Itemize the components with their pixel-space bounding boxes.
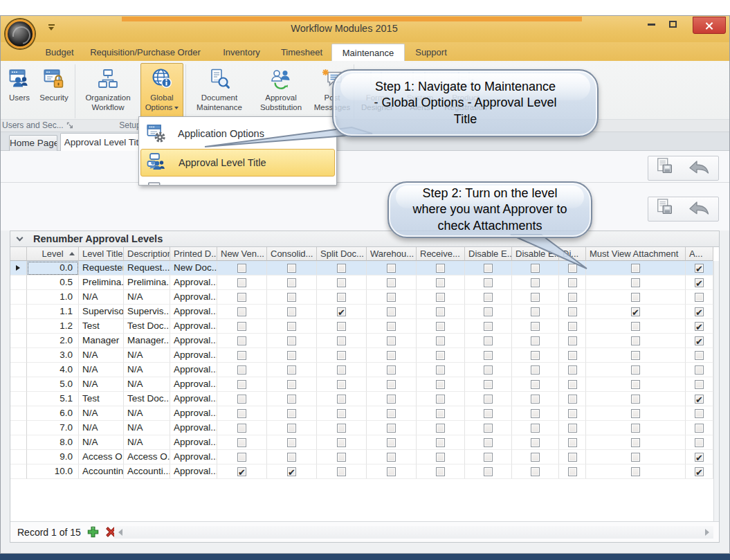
cell-title[interactable]: N/A: [79, 435, 124, 450]
checkbox-a[interactable]: [695, 380, 704, 389]
checkbox-new-ven[interactable]: [237, 453, 246, 462]
checkbox-new-ven[interactable]: [237, 424, 246, 433]
checkbox-di[interactable]: [568, 380, 577, 389]
cell-title[interactable]: Accounting: [79, 464, 124, 479]
checkbox-must-view-attachment[interactable]: [631, 264, 640, 273]
checkbox-receive[interactable]: [436, 409, 445, 418]
checkbox-a[interactable]: [695, 322, 704, 331]
checkbox-a[interactable]: [695, 395, 704, 404]
cell-title[interactable]: N/A: [79, 421, 124, 435]
cell-description[interactable]: N/A: [124, 348, 170, 363]
checkbox-disable-e[interactable]: [484, 264, 493, 273]
table-row[interactable]: 0.5Prelimina...Prelimina...Approval...: [10, 276, 713, 290]
checkbox-receive[interactable]: [436, 438, 445, 447]
checkbox-consolid[interactable]: [287, 264, 296, 273]
checkbox-disable-e[interactable]: [531, 293, 540, 302]
cell-title[interactable]: N/A: [79, 348, 124, 363]
checkbox-warehou[interactable]: [387, 278, 396, 287]
checkbox-must-view-attachment[interactable]: [631, 307, 640, 316]
cell-title[interactable]: Requester: [79, 261, 124, 276]
cell-printed[interactable]: Approval...: [170, 348, 217, 363]
close-button[interactable]: [693, 17, 726, 34]
cell-level[interactable]: 8.0: [27, 435, 79, 450]
checkbox-di[interactable]: [568, 453, 577, 462]
cell-printed[interactable]: New Doc...: [170, 261, 217, 276]
checkbox-consolid[interactable]: [287, 322, 296, 331]
cell-description[interactable]: Prelimina...: [124, 276, 170, 290]
checkbox-split-doc[interactable]: [337, 322, 346, 331]
checkbox-warehou[interactable]: [387, 453, 396, 462]
cell-title[interactable]: N/A: [79, 290, 124, 305]
checkbox-must-view-attachment[interactable]: [631, 467, 640, 476]
cell-description[interactable]: Supervis...: [124, 305, 170, 319]
horizontal-scrollbar[interactable]: [114, 526, 713, 539]
cell-title[interactable]: Test: [79, 319, 124, 334]
checkbox-must-view-attachment[interactable]: [631, 365, 640, 374]
checkbox-new-ven[interactable]: [237, 264, 246, 273]
checkbox-disable-e[interactable]: [484, 365, 493, 374]
checkbox-split-doc[interactable]: [337, 336, 346, 345]
checkbox-disable-e[interactable]: [484, 380, 493, 389]
checkbox-consolid[interactable]: [287, 307, 296, 316]
checkbox-receive[interactable]: [436, 293, 445, 302]
checkbox-consolid[interactable]: [287, 365, 296, 374]
checkbox-must-view-attachment[interactable]: [631, 293, 640, 302]
checkbox-new-ven[interactable]: [237, 438, 246, 447]
checkbox-a[interactable]: [695, 409, 704, 418]
ribbon-tab-support[interactable]: Support: [409, 44, 453, 61]
checkbox-new-ven[interactable]: [237, 336, 246, 345]
checkbox-consolid[interactable]: [287, 467, 296, 476]
checkbox-consolid[interactable]: [287, 395, 296, 404]
checkbox-di[interactable]: [568, 336, 577, 345]
checkbox-receive[interactable]: [436, 395, 445, 404]
checkbox-new-ven[interactable]: [237, 293, 246, 302]
cell-description[interactable]: N/A: [124, 290, 170, 305]
checkbox-warehou[interactable]: [387, 380, 396, 389]
scroll-left-icon[interactable]: [118, 529, 122, 536]
vertical-scrollbar[interactable]: [713, 261, 719, 521]
ribbon-tab-timesheet[interactable]: Timesheet: [275, 44, 329, 61]
checkbox-a[interactable]: [695, 453, 704, 462]
cell-description[interactable]: Accounti...: [124, 464, 170, 479]
quick-access-dropdown-icon[interactable]: [48, 24, 56, 31]
checkbox-new-ven[interactable]: [237, 365, 246, 374]
checkbox-disable-e[interactable]: [484, 424, 493, 433]
column-header-split-doc[interactable]: Split Doc...: [317, 247, 367, 261]
checkbox-di[interactable]: [568, 365, 577, 374]
checkbox-disable-e[interactable]: [484, 395, 493, 404]
checkbox-disable-e[interactable]: [531, 395, 540, 404]
ribbon-button-users[interactable]: Users: [5, 63, 34, 118]
checkbox-consolid[interactable]: [287, 424, 296, 433]
checkbox-a[interactable]: [695, 293, 704, 302]
column-header-printed-d[interactable]: Printed D...: [170, 247, 217, 261]
cell-level[interactable]: 10.0: [27, 464, 79, 479]
checkbox-disable-e[interactable]: [484, 438, 493, 447]
checkbox-split-doc[interactable]: [337, 365, 346, 374]
table-row[interactable]: 5.0N/AN/AApproval...: [10, 377, 713, 392]
checkbox-warehou[interactable]: [387, 467, 396, 476]
checkbox-consolid[interactable]: [287, 409, 296, 418]
ribbon-tab-budget[interactable]: Budget: [37, 44, 82, 61]
checkbox-consolid[interactable]: [287, 453, 296, 462]
checkbox-new-ven[interactable]: [237, 278, 246, 287]
cell-printed[interactable]: Approval...: [170, 305, 217, 319]
cell-description[interactable]: Test Doc...: [124, 392, 170, 406]
table-row[interactable]: 0.0RequesterRequest...New Doc...: [10, 261, 713, 276]
cell-printed[interactable]: Approval...: [170, 464, 217, 479]
checkbox-di[interactable]: [568, 307, 577, 316]
checkbox-must-view-attachment[interactable]: [631, 395, 640, 404]
cell-level[interactable]: 1.1: [27, 305, 79, 319]
checkbox-di[interactable]: [568, 293, 577, 302]
cell-description[interactable]: N/A: [124, 435, 170, 450]
checkbox-disable-e[interactable]: [531, 307, 540, 316]
save-button[interactable]: [655, 157, 675, 179]
checkbox-a[interactable]: [695, 467, 704, 476]
table-row[interactable]: 7.0N/AN/AApproval...: [10, 421, 713, 435]
checkbox-new-ven[interactable]: [237, 467, 246, 476]
checkbox-a[interactable]: [695, 336, 704, 345]
checkbox-receive[interactable]: [436, 336, 445, 345]
checkbox-disable-e[interactable]: [484, 293, 493, 302]
checkbox-disable-e[interactable]: [531, 409, 540, 418]
ribbon-button-security[interactable]: Security: [35, 63, 73, 118]
cell-description[interactable]: N/A: [124, 421, 170, 435]
